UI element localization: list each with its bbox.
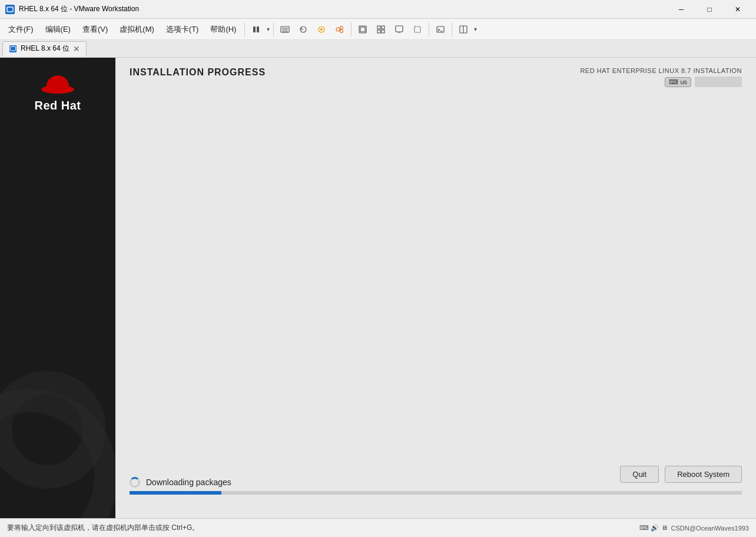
menu-edit[interactable]: 编辑(E): [39, 19, 77, 39]
install-title: INSTALLATION PROGRESS: [130, 67, 266, 77]
tab-rhel[interactable]: RHEL 8.x 64 位 ✕: [2, 41, 87, 57]
app-icon: [5, 4, 15, 15]
progress-area: Downloading packages: [115, 92, 756, 518]
menu-vm[interactable]: 虚拟机(M): [114, 19, 160, 39]
revert-snapshot-button[interactable]: [294, 21, 312, 38]
loading-spinner: [130, 477, 140, 488]
menu-help[interactable]: 帮助(H): [204, 19, 242, 39]
status-bar: 要将输入定向到该虚拟机，请在虚拟机内部单击或按 Ctrl+G。 ⌨ 🔊 🖥 CS…: [0, 518, 756, 537]
minimize-button[interactable]: ─: [668, 0, 695, 19]
snapshot-button[interactable]: [313, 21, 330, 38]
status-right-area: ⌨ 🔊 🖥 CSDN@OceanWaves1993: [639, 524, 749, 532]
svg-point-10: [320, 28, 323, 31]
vm-tab-icon: [9, 45, 17, 53]
toolbar-group-view2: ▾: [455, 21, 478, 38]
pause-dropdown[interactable]: ▾: [266, 25, 271, 34]
progress-status-text: Downloading packages: [146, 478, 231, 487]
fullscreen-button[interactable]: [354, 21, 372, 38]
grab-input-button[interactable]: [409, 21, 426, 38]
toolbar-sep-5: [452, 22, 452, 37]
close-button[interactable]: ✕: [724, 0, 751, 19]
svg-rect-15: [360, 27, 365, 32]
keyboard-badge[interactable]: ⌨ us: [665, 77, 691, 87]
toolbar-sep-3: [351, 22, 352, 37]
tab-bar: RHEL 8.x 64 位 ✕: [0, 40, 756, 58]
send-ctrlaltdel-button[interactable]: [276, 21, 294, 38]
sidebar-logo: Red Hat: [34, 69, 81, 112]
snapshot-manager-button[interactable]: [331, 21, 349, 38]
keyboard-bar: [695, 77, 742, 87]
toolbar-sep-2: [273, 22, 274, 37]
sidebar-brand-name: Red Hat: [34, 99, 81, 112]
keyboard-icon: ⌨: [669, 78, 678, 86]
menu-file[interactable]: 文件(F): [2, 19, 39, 39]
tab-close-button[interactable]: ✕: [73, 45, 80, 53]
progress-bar-fill: [130, 491, 221, 495]
svg-rect-2: [253, 26, 256, 32]
toolbar-group-display: [354, 21, 426, 38]
sidebar: Red Hat: [0, 58, 115, 518]
autofit-button[interactable]: [390, 21, 408, 38]
svg-rect-20: [396, 26, 403, 32]
install-header: INSTALLATION PROGRESS RED HAT ENTERPRISE…: [115, 58, 756, 92]
status-left-text: 要将输入定向到该虚拟机，请在虚拟机内部单击或按 Ctrl+G。: [7, 523, 199, 533]
pause-button[interactable]: [247, 21, 265, 38]
svg-rect-18: [377, 30, 380, 33]
status-right-text: CSDN@OceanWaves1993: [671, 525, 749, 532]
toolbar-sep-4: [429, 22, 429, 37]
svg-point-29: [47, 83, 68, 89]
install-title-area: INSTALLATION PROGRESS: [130, 67, 266, 78]
svg-point-13: [340, 29, 343, 32]
view-button-2[interactable]: [455, 21, 472, 38]
title-bar: RHEL 8.x 64 位 - VMware Workstation ─ □ ✕: [0, 0, 756, 19]
toolbar-separator: [244, 22, 245, 37]
svg-rect-19: [382, 30, 384, 33]
svg-rect-21: [415, 26, 420, 32]
window-title: RHEL 8.x 64 位 - VMware Workstation: [19, 4, 668, 14]
reboot-button[interactable]: Reboot System: [665, 466, 742, 483]
keyboard-lang: us: [680, 78, 687, 85]
quit-button[interactable]: Quit: [620, 466, 659, 483]
svg-rect-3: [257, 26, 259, 32]
toolbar-group-terminal: [432, 21, 449, 38]
redhat-logo-icon: [40, 69, 75, 94]
content-panel: INSTALLATION PROGRESS RED HAT ENTERPRISE…: [115, 58, 756, 518]
toolbar-group-vm: [276, 21, 349, 38]
restore-button[interactable]: □: [696, 0, 723, 19]
menu-view[interactable]: 查看(V): [77, 19, 114, 39]
svg-point-12: [340, 26, 343, 29]
main-area: Red Hat INSTALLATION PROGRESS RED HAT EN…: [0, 58, 756, 518]
status-icons: ⌨ 🔊 🖥: [639, 524, 667, 532]
unity-button[interactable]: [372, 21, 390, 38]
install-subtitle-text: RED HAT ENTERPRISE LINUX 8.7 INSTALLATIO…: [580, 67, 742, 74]
svg-rect-16: [377, 26, 380, 29]
bottom-buttons: Quit Reboot System: [620, 466, 742, 483]
install-subtitle-area: RED HAT ENTERPRISE LINUX 8.7 INSTALLATIO…: [580, 67, 742, 87]
terminal-button[interactable]: [432, 21, 449, 38]
keyboard-indicator: ⌨ us: [580, 77, 742, 87]
window-controls: ─ □ ✕: [668, 0, 751, 19]
progress-bar-container: [130, 491, 742, 495]
tab-label: RHEL 8.x 64 位: [21, 44, 69, 54]
view-dropdown-2[interactable]: ▾: [473, 25, 478, 34]
toolbar-group-pause: ▾: [247, 21, 271, 38]
svg-rect-17: [382, 26, 384, 29]
menu-bar: 文件(F) 编辑(E) 查看(V) 虚拟机(M) 选项卡(T) 帮助(H) ▾: [0, 19, 756, 40]
menu-tab[interactable]: 选项卡(T): [160, 19, 205, 39]
svg-point-11: [336, 28, 340, 31]
